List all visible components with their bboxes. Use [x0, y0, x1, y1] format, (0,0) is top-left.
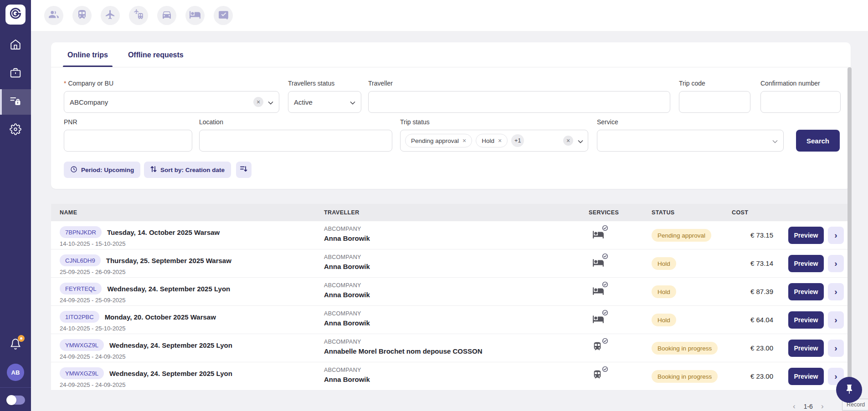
pin-icon [844, 384, 855, 396]
preview-button[interactable]: Preview [788, 283, 824, 300]
trip-status-multiselect[interactable]: Pending approval× Hold× +1 × [400, 130, 588, 152]
service-cell [592, 285, 606, 299]
location-input[interactable] [205, 130, 386, 151]
company-value: ABCompany [70, 98, 108, 106]
preview-button[interactable]: Preview [788, 311, 824, 329]
table-row[interactable]: 7BPNJKDR Tuesday, 14. October 2025 Warsa… [51, 221, 851, 249]
chevron-right-icon: › [834, 343, 837, 353]
pagination: ‹ 1-6 › [793, 402, 824, 411]
pnr-field[interactable] [64, 130, 192, 152]
rail-shortcut-button[interactable] [72, 6, 92, 25]
preview-button[interactable]: Preview [788, 227, 824, 244]
table-row[interactable]: YMWXGZ9L Wednesday, 24. September 2025 L… [51, 334, 851, 362]
trip-code-input[interactable] [685, 91, 745, 112]
chip-remove-icon[interactable]: × [498, 137, 502, 144]
app-logo[interactable] [5, 5, 26, 25]
row-expand-button[interactable]: › [828, 227, 844, 244]
trip-company: ABCOMPANY [324, 254, 361, 260]
col-name: NAME [60, 209, 77, 216]
travellers-shortcut-button[interactable] [44, 6, 63, 25]
approvals-shortcut-button[interactable] [214, 6, 233, 25]
trip-status-more-chip[interactable]: +1 [511, 134, 524, 147]
company-clear-icon[interactable]: × [253, 97, 263, 107]
avatar[interactable]: AB [7, 364, 24, 381]
trip-status-chip[interactable]: Pending approval× [405, 134, 472, 147]
flight-shortcut-button[interactable] [101, 6, 120, 25]
traveller-input[interactable] [374, 91, 664, 112]
row-expand-button[interactable]: › [828, 283, 844, 300]
trip-code-chip[interactable]: FEYRTEQL [60, 283, 102, 294]
confirmation-input[interactable] [766, 91, 835, 112]
trip-code-chip[interactable]: YMWXGZ9L [60, 367, 104, 379]
trip-dates: 24-09-2025 - 25-09-2025 [60, 297, 126, 304]
page-prev-icon[interactable]: ‹ [793, 402, 796, 411]
service-cell [592, 370, 606, 383]
sidebar-item-settings[interactable] [0, 117, 31, 143]
row-expand-button[interactable]: › [828, 311, 844, 329]
travellers-status-select[interactable]: Active [288, 91, 361, 113]
confirmation-field[interactable] [760, 91, 841, 113]
trip-code-chip[interactable]: YMWXGZ9L [60, 339, 104, 351]
required-mark: * [64, 80, 66, 87]
trip-cost: € 23.00 [714, 372, 773, 380]
trip-status-chevron-icon[interactable] [578, 137, 583, 145]
chevron-right-icon: › [834, 371, 837, 381]
status-badge: Booking in progress [652, 342, 718, 355]
travellers-icon [48, 9, 60, 22]
trip-cost: € 73.15 [714, 231, 773, 239]
search-button[interactable]: Search [796, 130, 840, 152]
car-shortcut-button[interactable] [157, 6, 176, 25]
sidebar-item-home[interactable] [0, 33, 31, 58]
sidebar-item-work[interactable] [0, 61, 31, 86]
hotel-shortcut-button[interactable] [185, 6, 205, 25]
trip-status-label: Trip status [400, 118, 430, 126]
page-next-icon[interactable]: › [821, 402, 824, 411]
pin-fab-button[interactable] [836, 377, 862, 403]
trip-code-chip[interactable]: 7BPNJKDR [60, 226, 102, 238]
flight-rail-shortcut-button[interactable] [129, 6, 148, 25]
period-filter-button[interactable]: Period: Upcoming [64, 162, 140, 178]
chip-remove-icon[interactable]: × [462, 137, 466, 144]
travellers-status-chevron-icon[interactable] [350, 98, 355, 106]
preview-button[interactable]: Preview [788, 340, 824, 357]
trip-traveller: Anna Borowik [324, 234, 370, 242]
row-expand-button[interactable]: › [828, 340, 844, 357]
service-check-icon [602, 310, 608, 318]
company-chevron-icon[interactable] [268, 98, 273, 106]
notification-badge [18, 335, 25, 342]
table-row[interactable]: FEYRTEQL Wednesday, 24. September 2025 L… [51, 278, 851, 306]
preview-button[interactable]: Preview [788, 368, 824, 385]
table-row[interactable]: YMWXGZ9L Wednesday, 24. September 2025 L… [51, 362, 851, 391]
company-select[interactable]: ABCompany × [64, 91, 279, 113]
table-row[interactable]: 1ITO2PBC Monday, 20. October 2025 Warsaw… [51, 306, 851, 334]
table-row[interactable]: CJNL6DH9 Thursday, 25. September 2025 Wa… [51, 249, 851, 278]
preview-button[interactable]: Preview [788, 255, 824, 272]
sort-direction-button[interactable] [236, 162, 252, 178]
location-field[interactable] [199, 130, 392, 152]
sort-by-button[interactable]: Sort by: Creation date [144, 162, 231, 178]
traveller-field[interactable] [368, 91, 670, 113]
confirmation-label: Confirmation number [760, 80, 820, 87]
theme-toggle[interactable] [7, 396, 25, 405]
trip-status-chip[interactable]: Hold× [476, 134, 508, 147]
status-badge: Hold [652, 314, 676, 326]
page-range: 1-6 [804, 403, 813, 410]
vertical-scrollbar[interactable] [847, 67, 852, 400]
row-expand-button[interactable]: › [828, 255, 844, 272]
trip-status-clear-icon[interactable]: × [563, 136, 573, 146]
service-chevron-icon[interactable] [772, 137, 778, 145]
plane-train-icon [133, 9, 144, 22]
trip-code-field[interactable] [679, 91, 750, 113]
sidebar-item-trips[interactable] [0, 89, 31, 115]
tab-rule [51, 67, 851, 67]
pnr-input[interactable] [70, 130, 186, 151]
trip-code-chip[interactable]: CJNL6DH9 [60, 254, 101, 266]
tab-online-trips[interactable]: Online trips [67, 42, 108, 67]
service-select[interactable] [597, 130, 784, 152]
notifications-button[interactable] [10, 338, 21, 350]
hotel-service-icon [592, 262, 604, 270]
trip-code-chip[interactable]: 1ITO2PBC [60, 311, 99, 323]
topbar [31, 0, 868, 31]
tab-offline-requests[interactable]: Offline requests [128, 42, 184, 67]
trip-list-icon [9, 95, 22, 109]
